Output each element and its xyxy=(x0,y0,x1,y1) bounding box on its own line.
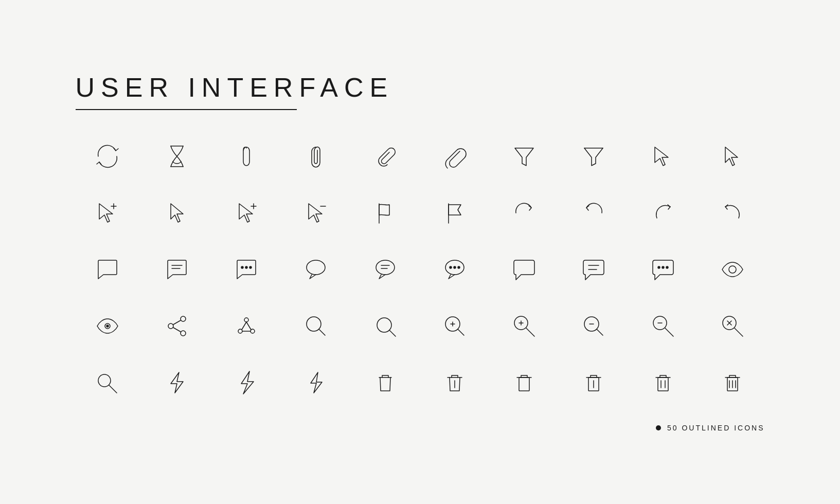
svg-point-31 xyxy=(181,316,186,321)
search-minus2-icon xyxy=(631,305,695,347)
lightning1-icon xyxy=(145,362,209,403)
svg-point-27 xyxy=(666,266,668,268)
trash3-icon xyxy=(492,362,557,403)
trash4-icon xyxy=(562,362,626,403)
svg-point-15 xyxy=(307,260,325,275)
eye2-icon xyxy=(76,305,140,347)
cursor-minus-icon xyxy=(284,192,348,233)
refresh-icon xyxy=(76,136,140,177)
cursor-plus-icon xyxy=(76,192,140,233)
svg-point-22 xyxy=(458,266,460,268)
main-container: USER INTERFACE xyxy=(34,41,806,463)
paperclip-diagonal-icon xyxy=(353,136,418,177)
share-icon xyxy=(145,305,209,347)
svg-marker-0 xyxy=(515,148,533,166)
search-minus-icon xyxy=(562,305,626,347)
svg-point-64 xyxy=(98,374,111,387)
svg-line-34 xyxy=(173,320,181,325)
cursor-arrow-icon xyxy=(145,192,209,233)
rotate-cw-icon xyxy=(492,192,557,233)
trash6-icon xyxy=(701,362,765,403)
svg-point-28 xyxy=(729,266,736,273)
svg-line-55 xyxy=(597,329,603,335)
footer-dot xyxy=(656,425,661,430)
search-plus2-icon xyxy=(492,305,557,347)
chat-dots-icon xyxy=(215,249,279,290)
search-icon xyxy=(284,305,348,347)
chat-lines3-icon xyxy=(562,249,626,290)
svg-point-13 xyxy=(245,266,247,268)
filter-outline-icon xyxy=(562,136,626,177)
lightning3-icon xyxy=(284,362,348,403)
lightning2-icon xyxy=(215,362,279,403)
chat-large-icon xyxy=(492,249,557,290)
svg-line-35 xyxy=(173,328,181,332)
svg-point-33 xyxy=(181,331,186,336)
svg-point-26 xyxy=(662,266,664,268)
svg-point-16 xyxy=(376,260,395,275)
title-underline xyxy=(76,109,297,110)
chat-dots3-icon xyxy=(631,249,695,290)
svg-marker-2 xyxy=(655,147,668,166)
title-section: USER INTERFACE xyxy=(76,72,765,110)
svg-point-32 xyxy=(168,323,173,329)
redo-icon xyxy=(631,192,695,233)
paperclip-vertical-icon xyxy=(215,136,279,177)
svg-line-40 xyxy=(246,322,251,330)
svg-line-51 xyxy=(526,328,534,336)
cursor-outline-icon xyxy=(701,136,765,177)
search-small-icon xyxy=(76,362,140,403)
flag-filled-icon xyxy=(423,192,487,233)
rotate-ccw-icon xyxy=(562,192,626,233)
search-plus-icon xyxy=(423,305,487,347)
svg-point-36 xyxy=(244,318,248,322)
paperclip-vertical2-icon xyxy=(284,136,348,177)
search-x-icon xyxy=(701,305,765,347)
svg-rect-70 xyxy=(519,377,529,391)
svg-rect-75 xyxy=(658,377,668,391)
page-title: USER INTERFACE xyxy=(76,72,765,103)
svg-point-12 xyxy=(241,266,243,268)
svg-line-45 xyxy=(389,330,396,336)
svg-line-65 xyxy=(109,385,117,393)
svg-point-14 xyxy=(249,266,252,268)
svg-line-58 xyxy=(665,328,673,336)
paperclip-diagonal2-icon xyxy=(423,136,487,177)
network-icon xyxy=(215,305,279,347)
svg-point-21 xyxy=(454,266,456,268)
search-diagonal-icon xyxy=(353,305,418,347)
svg-point-25 xyxy=(658,266,660,268)
undo-icon xyxy=(701,192,765,233)
svg-line-47 xyxy=(458,329,464,335)
chat-lines2-icon xyxy=(353,249,418,290)
chat-oval-icon xyxy=(284,249,348,290)
chat-lines-icon xyxy=(145,249,209,290)
cursor-icon xyxy=(631,136,695,177)
trash1-icon xyxy=(353,362,418,403)
icons-grid xyxy=(76,136,765,403)
flag-waving-icon xyxy=(353,192,418,233)
trash2-icon xyxy=(423,362,487,403)
trash5-icon xyxy=(631,362,695,403)
hourglass-icon xyxy=(145,136,209,177)
svg-point-20 xyxy=(450,266,452,268)
chat-bubble-icon xyxy=(76,249,140,290)
svg-point-30 xyxy=(106,325,109,327)
chat-dots2-icon xyxy=(423,249,487,290)
svg-line-43 xyxy=(319,329,325,335)
eye-icon xyxy=(701,249,765,290)
svg-line-61 xyxy=(735,328,743,336)
cursor-add-icon xyxy=(215,192,279,233)
footer: 50 OUTLINED ICONS xyxy=(76,424,765,432)
filter-icon xyxy=(492,136,557,177)
svg-line-39 xyxy=(242,322,246,330)
footer-text: 50 OUTLINED ICONS xyxy=(667,424,764,432)
